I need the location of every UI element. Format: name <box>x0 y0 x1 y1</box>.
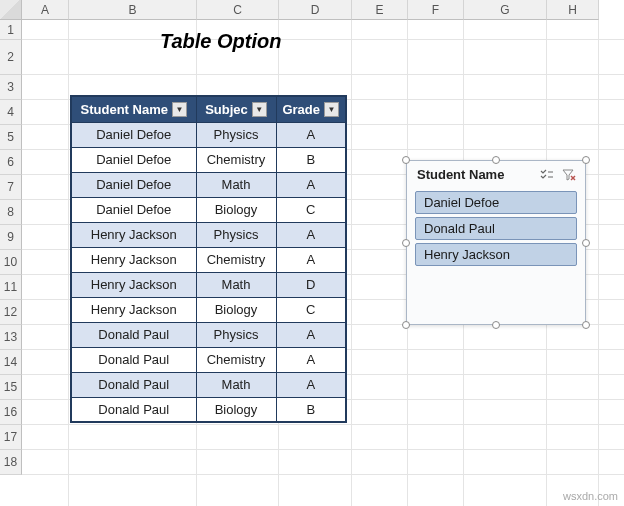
row-header[interactable]: 5 <box>0 125 22 150</box>
cell-name[interactable]: Daniel Defoe <box>71 147 196 172</box>
row-header[interactable]: 10 <box>0 250 22 275</box>
cell-grade[interactable]: A <box>276 372 346 397</box>
cell-grade[interactable]: B <box>276 397 346 422</box>
cell-grade[interactable]: B <box>276 147 346 172</box>
cell-subject[interactable]: Biology <box>196 297 276 322</box>
row-header[interactable]: 6 <box>0 150 22 175</box>
table-row[interactable]: Donald PaulChemistryA <box>71 347 346 372</box>
column-header[interactable]: C <box>197 0 279 20</box>
filter-dropdown-icon[interactable]: ▼ <box>252 102 267 117</box>
table-row[interactable]: Henry JacksonMathD <box>71 272 346 297</box>
row-header[interactable]: 12 <box>0 300 22 325</box>
header-subject[interactable]: Subjec ▼ <box>196 96 276 122</box>
table-row[interactable]: Daniel DefoePhysicsA <box>71 122 346 147</box>
cell-grade[interactable]: A <box>276 347 346 372</box>
cell-name[interactable]: Henry Jackson <box>71 272 196 297</box>
cell-grade[interactable]: A <box>276 122 346 147</box>
cell-name[interactable]: Daniel Defoe <box>71 122 196 147</box>
cell-subject[interactable]: Chemistry <box>196 147 276 172</box>
table-row[interactable]: Daniel DefoeChemistryB <box>71 147 346 172</box>
header-label: Student Name <box>81 102 168 117</box>
cell-grade[interactable]: C <box>276 197 346 222</box>
resize-handle[interactable] <box>402 239 410 247</box>
cell-subject[interactable]: Chemistry <box>196 247 276 272</box>
table-row[interactable]: Daniel DefoeMathA <box>71 172 346 197</box>
resize-handle[interactable] <box>492 321 500 329</box>
table-row[interactable]: Henry JacksonPhysicsA <box>71 222 346 247</box>
cell-subject[interactable]: Physics <box>196 322 276 347</box>
column-header[interactable]: G <box>464 0 547 20</box>
resize-handle[interactable] <box>582 239 590 247</box>
clear-filter-icon[interactable] <box>561 168 577 182</box>
cell-name[interactable]: Donald Paul <box>71 397 196 422</box>
header-student-name[interactable]: Student Name ▼ <box>71 96 196 122</box>
row-header[interactable]: 9 <box>0 225 22 250</box>
resize-handle[interactable] <box>582 156 590 164</box>
select-all-corner[interactable] <box>0 0 22 20</box>
cell-name[interactable]: Donald Paul <box>71 372 196 397</box>
resize-handle[interactable] <box>582 321 590 329</box>
cell-name[interactable]: Donald Paul <box>71 322 196 347</box>
row-header[interactable]: 15 <box>0 375 22 400</box>
row-header[interactable]: 13 <box>0 325 22 350</box>
row-header[interactable]: 16 <box>0 400 22 425</box>
table-row[interactable]: Donald PaulMathA <box>71 372 346 397</box>
cell-name[interactable]: Donald Paul <box>71 347 196 372</box>
table-row[interactable]: Henry JacksonBiologyC <box>71 297 346 322</box>
row-header[interactable]: 14 <box>0 350 22 375</box>
row-header[interactable]: 1 <box>0 20 22 40</box>
slicer-item[interactable]: Donald Paul <box>415 217 577 240</box>
table-row[interactable]: Donald PaulBiologyB <box>71 397 346 422</box>
page-title: Table Option <box>160 30 281 53</box>
resize-handle[interactable] <box>402 156 410 164</box>
row-header[interactable]: 3 <box>0 75 22 100</box>
table-row[interactable]: Henry JacksonChemistryA <box>71 247 346 272</box>
table-row[interactable]: Donald PaulPhysicsA <box>71 322 346 347</box>
row-header[interactable]: 2 <box>0 40 22 75</box>
column-header[interactable]: A <box>22 0 69 20</box>
resize-handle[interactable] <box>492 156 500 164</box>
resize-handle[interactable] <box>402 321 410 329</box>
cell-grade[interactable]: A <box>276 172 346 197</box>
cell-subject[interactable]: Math <box>196 172 276 197</box>
row-header[interactable]: 17 <box>0 425 22 450</box>
column-header[interactable]: F <box>408 0 464 20</box>
column-header[interactable]: H <box>547 0 599 20</box>
column-header[interactable]: B <box>69 0 197 20</box>
row-header[interactable]: 18 <box>0 450 22 475</box>
cell-subject[interactable]: Chemistry <box>196 347 276 372</box>
cell-subject[interactable]: Math <box>196 372 276 397</box>
cell-name[interactable]: Henry Jackson <box>71 222 196 247</box>
slicer-item[interactable]: Henry Jackson <box>415 243 577 266</box>
row-header[interactable]: 7 <box>0 175 22 200</box>
cell-name[interactable]: Daniel Defoe <box>71 197 196 222</box>
student-table: Student Name ▼ Subjec ▼ Grade ▼ Daniel D… <box>70 95 347 423</box>
cell-subject[interactable]: Biology <box>196 197 276 222</box>
row-header[interactable]: 4 <box>0 100 22 125</box>
row-header[interactable]: 11 <box>0 275 22 300</box>
row-headers: 123456789101112131415161718 <box>0 20 22 475</box>
row-header[interactable]: 8 <box>0 200 22 225</box>
cell-subject[interactable]: Physics <box>196 222 276 247</box>
slicer-item[interactable]: Daniel Defoe <box>415 191 577 214</box>
cell-subject[interactable]: Physics <box>196 122 276 147</box>
cell-name[interactable]: Henry Jackson <box>71 247 196 272</box>
filter-dropdown-icon[interactable]: ▼ <box>172 102 187 117</box>
header-grade[interactable]: Grade ▼ <box>276 96 346 122</box>
multi-select-icon[interactable] <box>539 168 555 182</box>
column-header[interactable]: D <box>279 0 352 20</box>
cell-subject[interactable]: Biology <box>196 397 276 422</box>
cell-grade[interactable]: D <box>276 272 346 297</box>
slicer-panel[interactable]: Student Name Daniel DefoeDonald PaulHenr… <box>406 160 586 325</box>
column-header[interactable]: E <box>352 0 408 20</box>
filter-dropdown-icon[interactable]: ▼ <box>324 102 339 117</box>
cell-name[interactable]: Daniel Defoe <box>71 172 196 197</box>
cell-subject[interactable]: Math <box>196 272 276 297</box>
cell-grade[interactable]: A <box>276 222 346 247</box>
table-row[interactable]: Daniel DefoeBiologyC <box>71 197 346 222</box>
cell-grade[interactable]: A <box>276 322 346 347</box>
cell-grade[interactable]: C <box>276 297 346 322</box>
cell-grade[interactable]: A <box>276 247 346 272</box>
cell-name[interactable]: Henry Jackson <box>71 297 196 322</box>
header-label: Subjec <box>205 102 248 117</box>
